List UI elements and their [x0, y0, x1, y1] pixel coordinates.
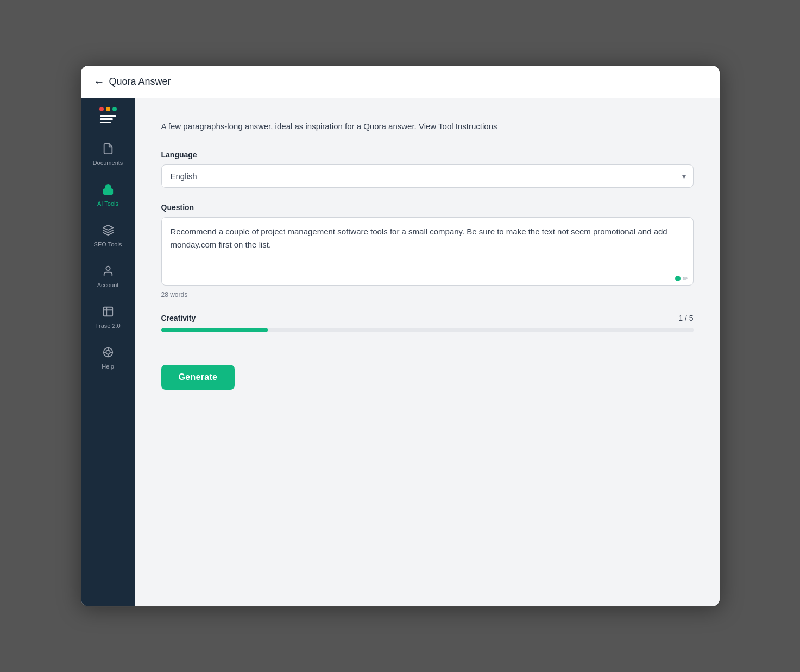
status-dot [675, 276, 681, 281]
logo-dot-yellow [106, 107, 110, 111]
help-icon [102, 346, 114, 360]
svg-point-2 [106, 267, 110, 270]
frase-icon [102, 306, 114, 319]
language-section: Language English French Spanish German I… [161, 150, 694, 188]
sidebar-item-label-ai-tools: AI Tools [97, 200, 118, 207]
sidebar-item-ai-tools[interactable]: AI Tools [81, 177, 135, 213]
creativity-slider[interactable] [161, 328, 694, 332]
edit-icon: ✏ [683, 275, 688, 282]
sidebar-item-label-documents: Documents [93, 160, 123, 166]
language-select[interactable]: English French Spanish German Italian [161, 164, 694, 188]
creativity-section: Creativity 1 / 5 [161, 314, 694, 332]
page-title: Quora Answer [109, 76, 171, 87]
question-input[interactable] [161, 217, 694, 286]
sidebar: Documents AI Tools [81, 98, 135, 606]
back-button[interactable]: ← Quora Answer [94, 75, 171, 88]
seo-tools-icon [102, 224, 114, 238]
logo-dots [99, 107, 117, 111]
creativity-fill [161, 328, 268, 332]
topbar: ← Quora Answer [81, 66, 720, 98]
account-icon [102, 265, 114, 278]
sidebar-item-label-help: Help [102, 363, 114, 370]
sidebar-item-label-frase: Frase 2.0 [95, 322, 120, 329]
language-select-wrapper: English French Spanish German Italian ▾ [161, 164, 694, 188]
question-textarea-wrapper: ✏ [161, 217, 694, 288]
sidebar-item-frase[interactable]: Frase 2.0 [81, 299, 135, 335]
logo-line-3 [100, 122, 111, 123]
word-count: 28 words [161, 291, 694, 299]
ai-tools-icon [102, 183, 114, 197]
question-label: Question [161, 203, 694, 212]
creativity-header: Creativity 1 / 5 [161, 314, 694, 322]
logo-line-2 [100, 118, 113, 120]
sidebar-item-documents[interactable]: Documents [81, 136, 135, 173]
textarea-indicator: ✏ [675, 275, 688, 282]
svg-point-1 [107, 191, 109, 192]
sidebar-nav: Documents AI Tools [81, 136, 135, 598]
app-logo [99, 107, 117, 123]
page-description: A few paragraphs-long answer, ideal as i… [161, 120, 694, 133]
creativity-label: Creativity [161, 314, 196, 322]
main-layout: Documents AI Tools [81, 98, 720, 606]
sidebar-item-account[interactable]: Account [81, 258, 135, 295]
sidebar-item-seo-tools[interactable]: SEO Tools [81, 218, 135, 254]
view-instructions-link[interactable]: View Tool Instructions [419, 122, 497, 131]
logo-line-1 [100, 115, 116, 117]
documents-icon [102, 143, 114, 156]
logo-dot-green [112, 107, 117, 111]
sidebar-item-label-account: Account [97, 282, 119, 288]
generate-button[interactable]: Generate [161, 365, 235, 390]
sidebar-item-help[interactable]: Help [81, 340, 135, 376]
language-label: Language [161, 150, 694, 159]
logo-lines [100, 115, 116, 123]
creativity-score: 1 / 5 [678, 314, 693, 322]
svg-point-4 [106, 350, 110, 354]
back-arrow-icon: ← [94, 75, 105, 88]
content-area: A few paragraphs-long answer, ideal as i… [135, 98, 720, 606]
logo-dot-red [99, 107, 104, 111]
sidebar-item-label-seo-tools: SEO Tools [94, 241, 122, 248]
question-section: Question ✏ 28 words [161, 203, 694, 299]
